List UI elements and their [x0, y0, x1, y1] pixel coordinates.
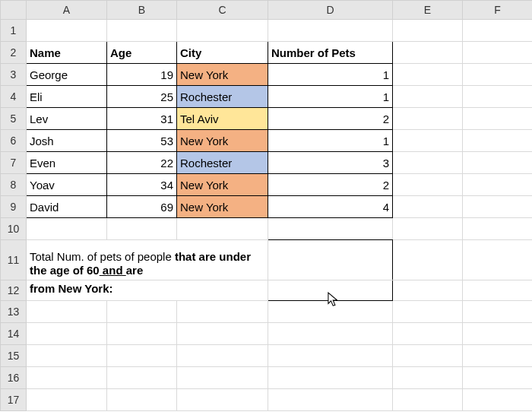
cell-C7[interactable]: Rochester	[177, 152, 268, 174]
row-17[interactable]: 17	[1, 389, 27, 411]
cell-A2[interactable]: Name	[27, 42, 107, 64]
cell-C15[interactable]	[177, 345, 268, 367]
cell-B16[interactable]	[107, 367, 177, 389]
row-7[interactable]: 7	[1, 152, 27, 174]
cell-D1[interactable]	[268, 20, 393, 42]
cell-E14[interactable]	[393, 323, 463, 345]
cell-B5[interactable]: 31	[107, 108, 177, 130]
cell-E11[interactable]	[393, 240, 463, 280]
row-4[interactable]: 4	[1, 86, 27, 108]
cell-A5[interactable]: Lev	[27, 108, 107, 130]
cell-E8[interactable]	[393, 174, 463, 196]
row-5[interactable]: 5	[1, 108, 27, 130]
row-10[interactable]: 10	[1, 218, 27, 240]
cell-E4[interactable]	[393, 86, 463, 108]
cell-E2[interactable]	[393, 42, 463, 64]
cell-B13[interactable]	[107, 301, 177, 323]
cell-D7[interactable]: 3	[268, 152, 393, 174]
cell-D14[interactable]	[268, 323, 393, 345]
cell-B14[interactable]	[107, 323, 177, 345]
cell-B10[interactable]	[107, 218, 177, 240]
cell-A15[interactable]	[27, 345, 107, 367]
cell-B4[interactable]: 25	[107, 86, 177, 108]
cell-A9[interactable]: David	[27, 196, 107, 218]
cell-C10[interactable]	[177, 218, 268, 240]
cell-E17[interactable]	[393, 389, 463, 411]
row-13[interactable]: 13	[1, 301, 27, 323]
row-2[interactable]: 2	[1, 42, 27, 64]
cell-E15[interactable]	[393, 345, 463, 367]
cell-F8[interactable]	[463, 174, 533, 196]
row-16[interactable]: 16	[1, 367, 27, 389]
cell-C6[interactable]: New York	[177, 130, 268, 152]
cell-D2[interactable]: Number of Pets	[268, 42, 393, 64]
cell-B1[interactable]	[107, 20, 177, 42]
cell-E12[interactable]	[393, 280, 463, 301]
cell-F15[interactable]	[463, 345, 533, 367]
cell-D5[interactable]: 2	[268, 108, 393, 130]
row-1[interactable]: 1	[1, 20, 27, 42]
cell-B17[interactable]	[107, 389, 177, 411]
cell-F5[interactable]	[463, 108, 533, 130]
corner-cell[interactable]	[1, 1, 27, 20]
cell-B7[interactable]: 22	[107, 152, 177, 174]
cell-D15[interactable]	[268, 345, 393, 367]
cell-B6[interactable]: 53	[107, 130, 177, 152]
cell-F14[interactable]	[463, 323, 533, 345]
cell-C8[interactable]: New York	[177, 174, 268, 196]
cell-D12[interactable]	[268, 280, 393, 301]
cell-A16[interactable]	[27, 367, 107, 389]
row-8[interactable]: 8	[1, 174, 27, 196]
cell-F12[interactable]	[463, 280, 533, 301]
cell-B9[interactable]: 69	[107, 196, 177, 218]
cell-C16[interactable]	[177, 367, 268, 389]
cell-D10[interactable]	[268, 218, 393, 240]
cell-C5[interactable]: Tel Aviv	[177, 108, 268, 130]
col-F[interactable]: F	[463, 1, 533, 20]
cell-A12[interactable]: from New York:	[27, 280, 268, 301]
cell-E7[interactable]	[393, 152, 463, 174]
cell-B15[interactable]	[107, 345, 177, 367]
cell-A10[interactable]	[27, 218, 107, 240]
cell-C9[interactable]: New York	[177, 196, 268, 218]
row-3[interactable]: 3	[1, 64, 27, 86]
cell-A17[interactable]	[27, 389, 107, 411]
cell-F11[interactable]	[463, 240, 533, 280]
cell-F6[interactable]	[463, 130, 533, 152]
cell-C1[interactable]	[177, 20, 268, 42]
cell-C17[interactable]	[177, 389, 268, 411]
cell-A1[interactable]	[27, 20, 107, 42]
cell-E3[interactable]	[393, 64, 463, 86]
cell-A3[interactable]: George	[27, 64, 107, 86]
cell-A8[interactable]: Yoav	[27, 174, 107, 196]
cell-F7[interactable]	[463, 152, 533, 174]
spreadsheet[interactable]: A B C D E F 1 2 Name Age City Number of …	[0, 0, 532, 415]
cell-C3[interactable]: New York	[177, 64, 268, 86]
cell-F9[interactable]	[463, 196, 533, 218]
cell-D16[interactable]	[268, 367, 393, 389]
col-B[interactable]: B	[107, 1, 177, 20]
cell-C14[interactable]	[177, 323, 268, 345]
cell-A14[interactable]	[27, 323, 107, 345]
cell-D11[interactable]	[268, 240, 393, 280]
cell-F16[interactable]	[463, 367, 533, 389]
cell-A6[interactable]: Josh	[27, 130, 107, 152]
cell-A7[interactable]: Even	[27, 152, 107, 174]
grid[interactable]: A B C D E F 1 2 Name Age City Number of …	[0, 0, 532, 411]
cell-F10[interactable]	[463, 218, 533, 240]
cell-F1[interactable]	[463, 20, 533, 42]
cell-D3[interactable]: 1	[268, 64, 393, 86]
cell-A11[interactable]: Total Num. of pets of people that are un…	[27, 240, 268, 280]
col-D[interactable]: D	[268, 1, 393, 20]
row-15[interactable]: 15	[1, 345, 27, 367]
cell-B3[interactable]: 19	[107, 64, 177, 86]
cell-A13[interactable]	[27, 301, 107, 323]
cell-F13[interactable]	[463, 301, 533, 323]
cell-E13[interactable]	[393, 301, 463, 323]
cell-E10[interactable]	[393, 218, 463, 240]
col-E[interactable]: E	[393, 1, 463, 20]
cell-D13[interactable]	[268, 301, 393, 323]
cell-D4[interactable]: 1	[268, 86, 393, 108]
cell-E1[interactable]	[393, 20, 463, 42]
col-A[interactable]: A	[27, 1, 107, 20]
